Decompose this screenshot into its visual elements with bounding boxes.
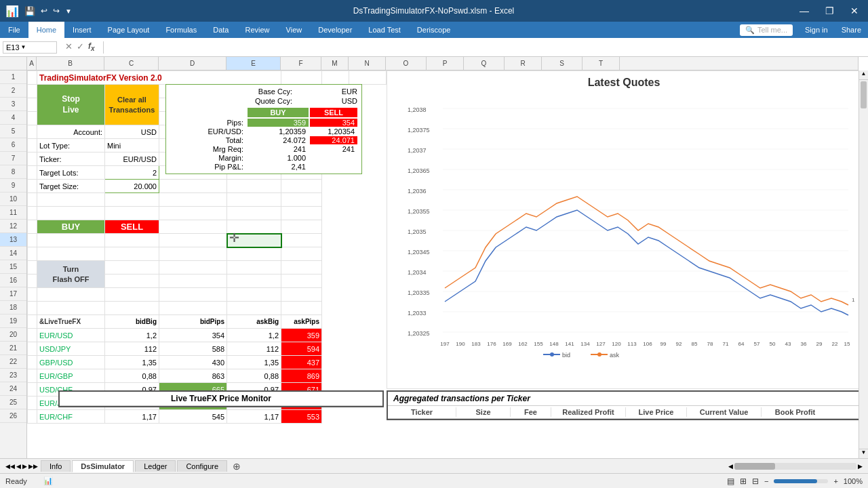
cell-a9[interactable] bbox=[28, 180, 37, 193]
cell-d12[interactable] bbox=[159, 220, 227, 234]
row-num-24[interactable]: 24 bbox=[0, 382, 26, 396]
cell-a24[interactable] bbox=[28, 383, 37, 396]
cell-reference[interactable]: E13 ▼ bbox=[3, 41, 57, 54]
formula-input[interactable] bbox=[106, 43, 868, 52]
cell-e14[interactable] bbox=[227, 247, 281, 261]
row-num-20[interactable]: 20 bbox=[0, 328, 26, 342]
buy-button[interactable]: BUY bbox=[37, 220, 105, 234]
row-num-21[interactable]: 21 bbox=[0, 342, 26, 355]
cell-a2[interactable] bbox=[28, 85, 37, 98]
customize-btn[interactable]: ▼ bbox=[65, 7, 72, 15]
insert-function-icon[interactable]: fx bbox=[88, 41, 95, 52]
col-header-r[interactable]: R bbox=[505, 57, 542, 70]
tab-load-test[interactable]: Load Test bbox=[360, 22, 409, 38]
cell-a25[interactable] bbox=[28, 396, 37, 410]
cell-d16[interactable] bbox=[159, 274, 227, 288]
cell-f13[interactable] bbox=[281, 234, 322, 247]
row-num-19[interactable]: 19 bbox=[0, 314, 26, 328]
tab-page-layout[interactable]: Page Layout bbox=[100, 22, 158, 38]
row-num-8[interactable]: 8 bbox=[0, 165, 26, 179]
cell-c14[interactable] bbox=[105, 247, 159, 261]
cell-a1[interactable] bbox=[28, 71, 37, 85]
cell-a11[interactable] bbox=[28, 207, 37, 220]
cell-d15[interactable] bbox=[159, 261, 227, 274]
col-header-g[interactable]: M bbox=[321, 57, 349, 70]
cell-c16[interactable] bbox=[105, 274, 159, 288]
cell-c15[interactable] bbox=[105, 261, 159, 274]
cell-a17[interactable] bbox=[28, 288, 37, 302]
cell-f9[interactable] bbox=[281, 180, 322, 193]
cell-b17[interactable] bbox=[37, 288, 105, 302]
row-num-2[interactable]: 2 bbox=[0, 84, 26, 98]
cell-e10[interactable] bbox=[227, 193, 281, 207]
tab-configure[interactable]: Configure bbox=[177, 460, 227, 472]
row-num-4[interactable]: 4 bbox=[0, 111, 26, 125]
cell-a18[interactable] bbox=[28, 302, 37, 315]
cell-d18[interactable] bbox=[159, 302, 227, 315]
cell-f16[interactable] bbox=[281, 274, 322, 288]
cell-a5[interactable] bbox=[28, 125, 37, 139]
cell-e16[interactable] bbox=[227, 274, 281, 288]
add-sheet-btn[interactable]: ⊕ bbox=[229, 461, 245, 472]
tab-view[interactable]: View bbox=[278, 22, 311, 38]
cell-c17[interactable] bbox=[105, 288, 159, 302]
cancel-formula-icon[interactable]: ✕ bbox=[65, 41, 73, 52]
sheet-nav-first[interactable]: ◀◀ bbox=[5, 463, 15, 470]
stop-live-button[interactable]: StopLive bbox=[37, 85, 105, 125]
hscroll-right[interactable]: ▶ bbox=[858, 463, 863, 470]
cell-f17[interactable] bbox=[281, 288, 322, 302]
cell-f12[interactable] bbox=[281, 220, 322, 234]
cell-a19[interactable] bbox=[28, 315, 37, 329]
col-header-t[interactable]: T bbox=[583, 57, 620, 70]
row-num-6[interactable]: 6 bbox=[0, 138, 26, 152]
zoom-slider[interactable] bbox=[774, 479, 828, 483]
row-num-22[interactable]: 22 bbox=[0, 355, 26, 369]
minimize-btn[interactable]: — bbox=[795, 4, 813, 18]
vertical-scrollbar[interactable]: ▲ ▼ bbox=[859, 70, 868, 458]
turn-flash-off-button[interactable]: TurnFlash OFF bbox=[37, 261, 105, 288]
col-header-c[interactable]: C bbox=[104, 57, 159, 70]
cell-e9[interactable] bbox=[227, 180, 281, 193]
tab-review[interactable]: Review bbox=[237, 22, 277, 38]
cell-b1[interactable]: TradingSimulatorFX Version 2.0 bbox=[37, 71, 281, 85]
cell-e17[interactable] bbox=[227, 288, 281, 302]
cell-d9[interactable] bbox=[159, 180, 227, 193]
col-header-b[interactable]: B bbox=[37, 57, 104, 70]
cell-b13[interactable] bbox=[37, 234, 105, 247]
cell-c9[interactable]: 20.000 bbox=[105, 180, 159, 193]
cell-c18[interactable] bbox=[105, 302, 159, 315]
tab-info[interactable]: Info bbox=[41, 460, 71, 472]
sheet-nav-last[interactable]: ▶▶ bbox=[28, 463, 38, 470]
cell-b18[interactable] bbox=[37, 302, 105, 315]
close-btn[interactable]: ✕ bbox=[846, 4, 863, 18]
row-num-12[interactable]: 12 bbox=[0, 220, 26, 233]
cell-d11[interactable] bbox=[159, 207, 227, 220]
col-header-o[interactable]: O bbox=[386, 57, 427, 70]
cell-d14[interactable] bbox=[159, 247, 227, 261]
tab-ledger[interactable]: Ledger bbox=[135, 460, 176, 472]
col-header-d[interactable]: D bbox=[159, 57, 226, 70]
row-num-3[interactable]: 3 bbox=[0, 98, 26, 111]
page-break-btn[interactable]: ⊟ bbox=[752, 476, 759, 486]
cell-c13[interactable] bbox=[105, 234, 159, 247]
cell-f14[interactable] bbox=[281, 247, 322, 261]
cell-d10[interactable] bbox=[159, 193, 227, 207]
redo-btn[interactable]: ↪ bbox=[53, 6, 60, 16]
search-box[interactable]: 🔍 Tell me... bbox=[740, 24, 793, 36]
tab-data[interactable]: Data bbox=[205, 22, 237, 38]
hscroll-left[interactable]: ◀ bbox=[728, 463, 733, 470]
confirm-formula-icon[interactable]: ✓ bbox=[77, 41, 84, 52]
cell-n1[interactable] bbox=[349, 71, 387, 85]
cell-a6[interactable] bbox=[28, 139, 37, 152]
scroll-up-btn[interactable]: ▲ bbox=[859, 70, 868, 80]
scroll-down-btn[interactable]: ▼ bbox=[859, 449, 868, 458]
cell-a3[interactable] bbox=[28, 98, 37, 112]
cell-a4[interactable] bbox=[28, 112, 37, 125]
cell-a21[interactable] bbox=[28, 342, 37, 356]
horizontal-scrollbar[interactable]: ◀ ▶ bbox=[728, 463, 863, 470]
tab-deriscope[interactable]: Deriscope bbox=[409, 22, 459, 38]
row-num-16[interactable]: 16 bbox=[0, 274, 26, 287]
tab-insert[interactable]: Insert bbox=[64, 22, 100, 38]
cell-a23[interactable] bbox=[28, 369, 37, 383]
row-num-5[interactable]: 5 bbox=[0, 125, 26, 138]
